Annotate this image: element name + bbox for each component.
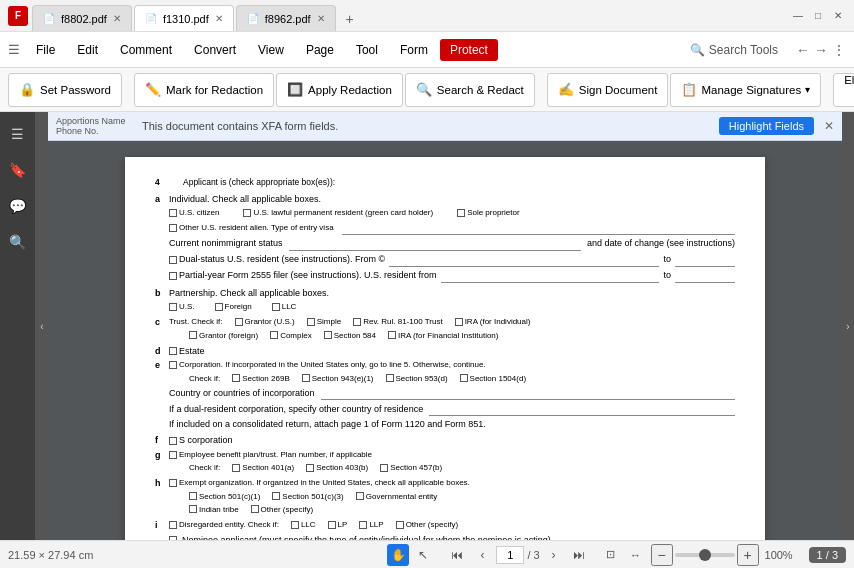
cb-lp-box[interactable] bbox=[328, 521, 336, 529]
cb-501c1-box[interactable] bbox=[189, 492, 197, 500]
ira-financial-cb[interactable] bbox=[388, 331, 396, 339]
cb-other-specify-box[interactable] bbox=[396, 521, 404, 529]
menu-tool[interactable]: Tool bbox=[346, 39, 388, 61]
cb-953d-box[interactable] bbox=[386, 374, 394, 382]
menu-convert[interactable]: Convert bbox=[184, 39, 246, 61]
complex-cb[interactable] bbox=[270, 331, 278, 339]
us-citizen-cb[interactable] bbox=[169, 209, 177, 217]
close-button[interactable]: ✕ bbox=[830, 8, 846, 24]
cb-other-org-box[interactable] bbox=[251, 505, 259, 513]
llc-cb[interactable] bbox=[272, 303, 280, 311]
rev-rul-cb[interactable] bbox=[353, 318, 361, 326]
menu-page[interactable]: Page bbox=[296, 39, 344, 61]
minimize-button[interactable]: — bbox=[790, 8, 806, 24]
section-b-row: b Partnership. Check all applicable boxe… bbox=[155, 287, 735, 315]
manage-icon: 📋 bbox=[681, 82, 697, 97]
menu-form[interactable]: Form bbox=[390, 39, 438, 61]
tab-f8802[interactable]: 📄 f8802.pdf ✕ bbox=[32, 5, 132, 31]
fit-width-button[interactable]: ↔ bbox=[625, 544, 647, 566]
pdf-scroll-area[interactable]: 4 Applicant is (check appropriate box(es… bbox=[48, 141, 842, 540]
zoom-slider[interactable] bbox=[675, 553, 735, 557]
cb-269b-box[interactable] bbox=[232, 374, 240, 382]
disregarded-cb[interactable] bbox=[169, 521, 177, 529]
info-close-button[interactable]: ✕ bbox=[824, 119, 834, 133]
tab-close-1[interactable]: ✕ bbox=[113, 13, 121, 24]
scorp-cb[interactable] bbox=[169, 437, 177, 445]
section584-cb[interactable] bbox=[324, 331, 332, 339]
mark-redaction-button[interactable]: ✏️ Mark for Redaction bbox=[134, 73, 274, 107]
grantor-foreign-cb[interactable] bbox=[189, 331, 197, 339]
sidebar-search-icon[interactable]: 🔍 bbox=[4, 228, 32, 256]
next-page-button[interactable]: › bbox=[543, 544, 565, 566]
set-password-button[interactable]: 🔒 Set Password bbox=[8, 73, 122, 107]
exempt-cb[interactable] bbox=[169, 479, 177, 487]
page-number-input[interactable] bbox=[496, 546, 524, 564]
zoom-thumb[interactable] bbox=[699, 549, 711, 561]
section-d-row: d Estate bbox=[155, 345, 735, 358]
nominee-cb[interactable] bbox=[169, 536, 177, 540]
nav-icons: ← → ⋮ bbox=[796, 42, 846, 58]
menu-view[interactable]: View bbox=[248, 39, 294, 61]
cb-457b-box[interactable] bbox=[380, 464, 388, 472]
cb-gov-box[interactable] bbox=[356, 492, 364, 500]
sidebar-bookmarks-icon[interactable]: 🔖 bbox=[4, 156, 32, 184]
menu-protect[interactable]: Protect bbox=[440, 39, 498, 61]
tab-close-3[interactable]: ✕ bbox=[317, 13, 325, 24]
zoom-in-button[interactable]: + bbox=[737, 544, 759, 566]
search-tools-button[interactable]: 🔍 Search Tools bbox=[682, 39, 786, 61]
more-icon[interactable]: ⋮ bbox=[832, 42, 846, 58]
us-cb[interactable] bbox=[169, 303, 177, 311]
prev-page-button[interactable]: ‹ bbox=[471, 544, 493, 566]
add-tab-button[interactable]: + bbox=[338, 7, 362, 31]
maximize-button[interactable]: □ bbox=[810, 8, 826, 24]
partial-cb[interactable] bbox=[169, 272, 177, 280]
section-4-text: Applicant is (check appropriate box(es))… bbox=[183, 177, 335, 189]
zoom-out-button[interactable]: − bbox=[651, 544, 673, 566]
apply-redaction-button[interactable]: 🔲 Apply Redaction bbox=[276, 73, 403, 107]
cb-943e-box[interactable] bbox=[302, 374, 310, 382]
first-page-button[interactable]: ⏮ bbox=[446, 544, 468, 566]
sign-document-button[interactable]: ✍️ Sign Document bbox=[547, 73, 669, 107]
current-status-row: Current nonimmigrant status and date of … bbox=[169, 237, 735, 251]
sole-cb[interactable] bbox=[457, 209, 465, 217]
nav-back-icon[interactable]: ← bbox=[796, 42, 810, 58]
cb-llp-box[interactable] bbox=[359, 521, 367, 529]
tab-f8962[interactable]: 📄 f8962.pdf ✕ bbox=[236, 5, 336, 31]
menu-edit[interactable]: Edit bbox=[67, 39, 108, 61]
cb-501c3-box[interactable] bbox=[272, 492, 280, 500]
cb-llc2-box[interactable] bbox=[291, 521, 299, 529]
cb-401a-box[interactable] bbox=[232, 464, 240, 472]
benefit-cb[interactable] bbox=[169, 451, 177, 459]
manage-signatures-button[interactable]: 📋 Manage Signatures ▾ bbox=[670, 73, 821, 107]
foreign-cb[interactable] bbox=[215, 303, 223, 311]
dual-cb[interactable] bbox=[169, 256, 177, 264]
select-tool-button[interactable]: ↖ bbox=[412, 544, 434, 566]
highlight-fields-button[interactable]: Highlight Fields bbox=[719, 117, 814, 135]
cb-1504d-box[interactable] bbox=[460, 374, 468, 382]
menu-file[interactable]: File bbox=[26, 39, 65, 61]
electric-button[interactable]: Electro... bbox=[833, 73, 854, 107]
other-alien-cb[interactable] bbox=[169, 224, 177, 232]
sidebar-collapse-left[interactable]: ‹ bbox=[36, 112, 48, 540]
fit-page-button[interactable]: ⊡ bbox=[600, 544, 622, 566]
cb-indian-box[interactable] bbox=[189, 505, 197, 513]
tab-close-2[interactable]: ✕ bbox=[215, 13, 223, 24]
tab-f1310[interactable]: 📄 f1310.pdf ✕ bbox=[134, 5, 234, 31]
last-page-button[interactable]: ⏭ bbox=[568, 544, 590, 566]
nav-forward-icon[interactable]: → bbox=[814, 42, 828, 58]
menu-app-btn[interactable]: ☰ bbox=[8, 42, 20, 57]
cb-403b-box[interactable] bbox=[306, 464, 314, 472]
sidebar-collapse-right[interactable]: › bbox=[842, 112, 854, 540]
simple-cb[interactable] bbox=[307, 318, 315, 326]
hand-tool-button[interactable]: ✋ bbox=[387, 544, 409, 566]
grantor-us-cb[interactable] bbox=[235, 318, 243, 326]
search-redact-button[interactable]: 🔍 Search & Redact bbox=[405, 73, 535, 107]
estate-cb[interactable] bbox=[169, 347, 177, 355]
ira-indiv-cb[interactable] bbox=[455, 318, 463, 326]
sidebar-pages-icon[interactable]: ☰ bbox=[4, 120, 32, 148]
sidebar-comments-icon[interactable]: 💬 bbox=[4, 192, 32, 220]
corp-cb[interactable] bbox=[169, 361, 177, 369]
menu-comment[interactable]: Comment bbox=[110, 39, 182, 61]
us-lawful-cb[interactable] bbox=[243, 209, 251, 217]
nominee-checkbox: Nominee applicant (must specify the type… bbox=[169, 534, 551, 540]
